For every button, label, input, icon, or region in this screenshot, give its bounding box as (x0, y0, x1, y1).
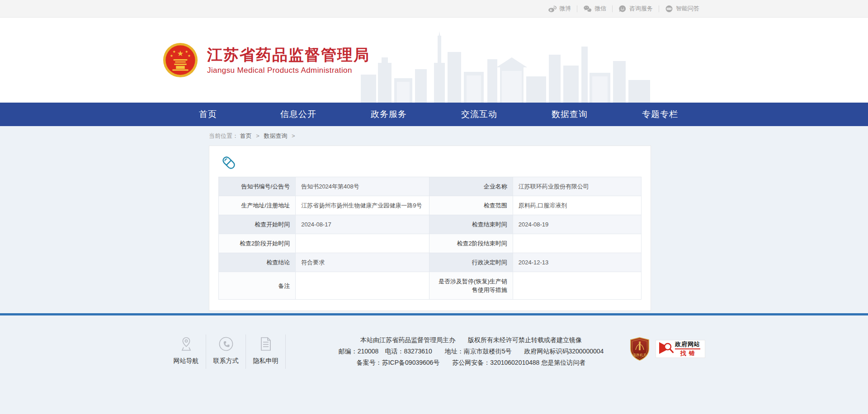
smart-qa-link[interactable]: 智能问答 (659, 5, 705, 13)
svg-text:★: ★ (638, 340, 641, 344)
footer-link-label: 网站导航 (166, 357, 206, 365)
svg-text:党政机关: 党政机关 (633, 353, 647, 357)
nav-item-interaction[interactable]: 交流互动 (434, 103, 524, 126)
table-value-cell (296, 234, 429, 253)
footer-link-label: 隐私申明 (246, 357, 285, 365)
table-value-cell: 2024-08-17 (296, 215, 429, 234)
footer-line-contact: 邮编：210008 电话：83273610 地址：南京市鼓楼街5号 政府网站标识… (317, 346, 625, 357)
table-value-cell (296, 272, 429, 300)
site-error-report-badge[interactable]: 政府网站 找错 (656, 340, 705, 358)
consult-service-label: 咨询服务 (629, 5, 653, 13)
nav-item-data-query[interactable]: 数据查询 (524, 103, 615, 126)
table-label-cell: 检查2阶段开始时间 (219, 234, 296, 253)
detail-panel: 告知书编号/公告号 告知书2024年第408号 企业名称 江苏联环药业股份有限公… (209, 146, 651, 311)
weibo-link[interactable]: 微博 (542, 5, 577, 13)
nav-item-gov-services[interactable]: 政务服务 (344, 103, 434, 126)
badge-rule (675, 348, 700, 349)
inspection-detail-table: 告知书编号/公告号 告知书2024年第408号 企业名称 江苏联环药业股份有限公… (218, 177, 642, 300)
breadcrumb-link-data-query[interactable]: 数据查询 (264, 132, 287, 139)
wechat-icon (583, 5, 592, 13)
table-label-cell: 检查开始时间 (219, 215, 296, 234)
table-row: 检查2阶段开始时间 检查2阶段结束时间 (219, 234, 642, 253)
nav-item-info-disclosure[interactable]: 信息公开 (253, 103, 344, 126)
phone-icon (206, 335, 245, 352)
footer-line-icp: 备案号：苏ICP备09039606号 苏公网安备：32010602010488 … (317, 357, 625, 368)
table-value-cell: 原料药,口服溶液剂 (513, 196, 641, 215)
badge-site-label: 政府网站 (675, 341, 700, 348)
table-row: 告知书编号/公告号 告知书2024年第408号 企业名称 江苏联环药业股份有限公… (219, 177, 642, 196)
consult-service-link[interactable]: 咨询服务 (613, 5, 659, 13)
weibo-label: 微博 (559, 5, 571, 13)
footer-link-contact[interactable]: 联系方式 (206, 334, 246, 369)
party-gov-badge[interactable]: ★ 党政机关 (629, 337, 650, 361)
badge-find-error-label: 找错 (675, 350, 700, 357)
table-value-cell (513, 234, 641, 253)
table-value-cell (513, 272, 641, 300)
table-label-cell: 检查2阶段结束时间 (429, 234, 513, 253)
table-value-cell: 2024-12-13 (513, 253, 641, 272)
table-row: 检查结论 符合要求 行政决定时间 2024-12-13 (219, 253, 642, 272)
main-content: 当前位置： 首页 > 数据查询 > 告知书编号/公告号 (0, 126, 868, 313)
site-subtitle: Jiangsu Medical Products Administration (207, 66, 370, 75)
table-value-cell: 告知书2024年第408号 (296, 177, 429, 196)
breadcrumb-separator: > (292, 132, 295, 139)
table-label-cell: 行政决定时间 (429, 253, 513, 272)
main-nav: 首页 信息公开 政务服务 交流互动 数据查询 专题专栏 (0, 103, 868, 126)
table-label-cell: 是否涉及暂停(恢复)生产销售使用等措施 (429, 272, 513, 300)
breadcrumb-link-home[interactable]: 首页 (240, 132, 252, 139)
table-row: 备注 是否涉及暂停(恢复)生产销售使用等措施 (219, 272, 642, 300)
breadcrumb-separator: > (256, 132, 259, 139)
wechat-label: 微信 (594, 5, 606, 13)
breadcrumb-prefix: 当前位置： (209, 132, 238, 139)
nav-item-home[interactable]: 首页 (163, 103, 253, 126)
footer-link-label: 联系方式 (206, 357, 245, 365)
magnifier-icon (658, 341, 674, 357)
footer-link-privacy[interactable]: 隐私申明 (246, 334, 286, 369)
weibo-icon (548, 5, 557, 13)
footer-text: 本站由江苏省药品监督管理局主办 版权所有未经许可禁止转载或者建立镜像 邮编：21… (286, 334, 629, 368)
table-label-cell: 企业名称 (429, 177, 513, 196)
city-skyline-graphic (361, 31, 659, 103)
qa-icon (665, 5, 673, 13)
svg-text:★: ★ (185, 50, 188, 54)
table-row: 检查开始时间 2024-08-17 检查结束时间 2024-08-19 (219, 215, 642, 234)
svg-text:★: ★ (188, 54, 191, 58)
svg-text:★: ★ (170, 54, 173, 58)
breadcrumb: 当前位置： 首页 > 数据查询 > (163, 126, 705, 146)
site-header: ★ ★ ★ ★ ★ 江苏省药品监督管理局 Jiangsu Medical Pro… (0, 18, 868, 103)
footer: 网站导航 联系方式 (0, 315, 868, 414)
consult-icon (618, 5, 627, 13)
table-value-cell: 2024-08-19 (513, 215, 641, 234)
privacy-icon (246, 335, 285, 352)
nav-item-special-topics[interactable]: 专题专栏 (615, 103, 705, 126)
topbar: 微博 微信 (0, 0, 868, 18)
location-icon (166, 335, 206, 352)
svg-text:★: ★ (177, 49, 184, 58)
pill-icon (221, 155, 642, 172)
svg-text:★: ★ (173, 50, 176, 54)
table-label-cell: 检查结论 (219, 253, 296, 272)
footer-badges: ★ 党政机关 政府网站 找错 (629, 337, 705, 361)
table-value-cell: 江苏省扬州市扬州生物健康产业园健康一路9号 (296, 196, 429, 215)
wechat-link[interactable]: 微信 (577, 5, 612, 13)
table-label-cell: 检查范围 (429, 196, 513, 215)
national-emblem-logo: ★ ★ ★ ★ ★ (163, 42, 198, 78)
table-label-cell: 检查结束时间 (429, 215, 513, 234)
smart-qa-label: 智能问答 (676, 5, 699, 13)
footer-line-host: 本站由江苏省药品监督管理局主办 版权所有未经许可禁止转载或者建立镜像 (317, 334, 625, 346)
table-value-cell: 符合要求 (296, 253, 429, 272)
footer-links: 网站导航 联系方式 (166, 334, 286, 369)
table-label-cell: 告知书编号/公告号 (219, 177, 296, 196)
site-title: 江苏省药品监督管理局 (207, 46, 370, 64)
table-label-cell: 生产地址/注册地址 (219, 196, 296, 215)
table-value-cell: 江苏联环药业股份有限公司 (513, 177, 641, 196)
footer-link-sitemap[interactable]: 网站导航 (166, 334, 206, 369)
table-label-cell: 备注 (219, 272, 296, 300)
table-row: 生产地址/注册地址 江苏省扬州市扬州生物健康产业园健康一路9号 检查范围 原料药… (219, 196, 642, 215)
badge-text: 政府网站 找错 (675, 341, 700, 357)
